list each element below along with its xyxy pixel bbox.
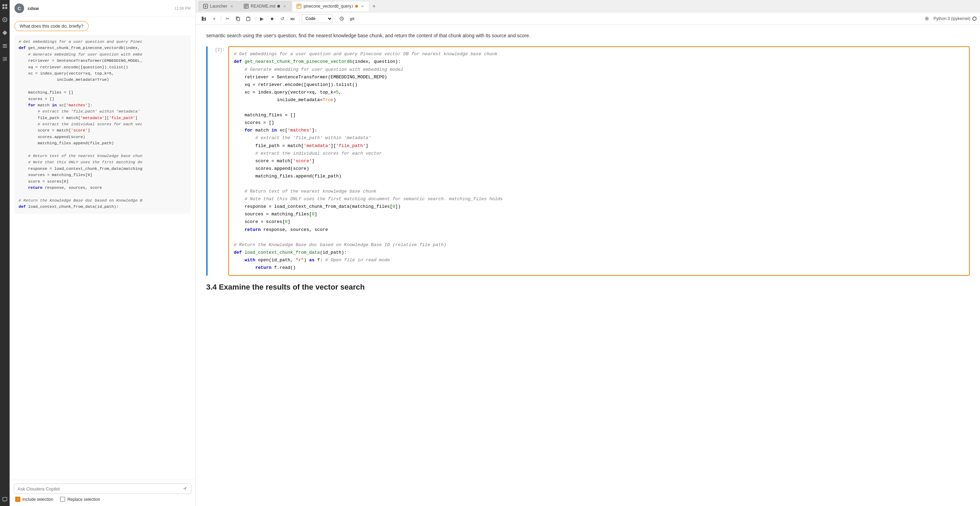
circle-dot-icon[interactable]	[1, 16, 9, 24]
svg-rect-13	[237, 18, 240, 21]
svg-rect-1	[5, 4, 7, 6]
kernel-label: Python 3 (ipykernel)	[934, 16, 970, 21]
svg-rect-3	[5, 7, 7, 9]
include-selection-option[interactable]: ✓ Include selection	[15, 497, 53, 502]
notebook-cell-2: [2]: # Get embeddings for a user questio…	[206, 46, 970, 276]
restart-button[interactable]: ↺	[278, 14, 287, 23]
tab-pinecone-close[interactable]: ✕	[360, 4, 365, 9]
tab-bar: Launcher ✕ README.md ✕ pinecone_vectordb…	[196, 0, 980, 13]
description-text: semantic search using the user's questio…	[206, 32, 970, 39]
chat-messages: What does this code do, briefly? # Get e…	[10, 17, 196, 480]
cut-button[interactable]: ✂	[223, 14, 232, 23]
tab-pinecone[interactable]: pinecone_vectordb_query.i ✕	[292, 1, 369, 11]
svg-marker-6	[2, 30, 7, 35]
tab-launcher-close[interactable]: ✕	[229, 4, 234, 9]
svg-point-5	[4, 19, 6, 20]
tab-launcher-label: Launcher	[210, 4, 227, 9]
chat-input-row	[14, 484, 191, 494]
avatar: C	[14, 3, 24, 13]
chat-input[interactable]	[18, 486, 179, 492]
readme-unsaved-dot	[277, 5, 280, 8]
chat-options: ✓ Include selection Replace selection	[14, 494, 191, 503]
tab-launcher[interactable]: Launcher ✕	[199, 1, 239, 11]
svg-point-16	[926, 18, 928, 19]
cell-code-content[interactable]: # Get embeddings for a user question and…	[228, 46, 970, 276]
svg-rect-7	[3, 44, 7, 45]
toolbar-sep-1	[221, 16, 221, 22]
run-button[interactable]: ▶	[257, 14, 266, 23]
sidebar	[0, 0, 10, 506]
notebook-area: Launcher ✕ README.md ✕ pinecone_vectordb…	[196, 0, 980, 506]
tab-readme-close[interactable]: ✕	[282, 4, 287, 9]
git-button[interactable]: git	[348, 14, 356, 23]
new-tab-button[interactable]: +	[370, 2, 378, 10]
toolbar-sep-2	[255, 16, 255, 22]
settings-button[interactable]	[923, 14, 931, 23]
stop-button[interactable]: ■	[267, 14, 277, 23]
diamond-icon[interactable]	[1, 29, 9, 37]
paste-button[interactable]	[244, 14, 253, 23]
tab-readme[interactable]: README.md ✕	[239, 1, 291, 11]
cell-type-select[interactable]: Code Markdown Raw	[302, 14, 333, 23]
replace-selection-checkbox[interactable]	[60, 497, 65, 502]
copy-button[interactable]	[234, 14, 242, 23]
puzzle-icon[interactable]	[1, 55, 9, 63]
save-button[interactable]	[199, 14, 208, 23]
clock-button[interactable]	[337, 14, 346, 23]
chat-username: cdsw	[28, 6, 39, 11]
grid-icon[interactable]	[1, 3, 9, 10]
section-heading: 3.4 Examine the results of the vector se…	[206, 283, 970, 292]
replace-selection-label: Replace selection	[67, 497, 100, 502]
chat-input-area: ✓ Include selection Replace selection	[10, 480, 196, 506]
chat-code-block: # Get embeddings for a user question and…	[14, 35, 191, 214]
toolbar-right: Python 3 (ipykernel)	[923, 14, 977, 23]
toolbar-sep-4	[335, 16, 335, 22]
kernel-status	[972, 17, 977, 21]
notebook-content: semantic search using the user's questio…	[196, 25, 980, 506]
replace-selection-option[interactable]: Replace selection	[60, 497, 100, 502]
chat-bubble-icon[interactable]	[1, 496, 9, 503]
svg-rect-9	[3, 47, 7, 48]
tab-pinecone-label: pinecone_vectordb_query.i	[304, 4, 353, 9]
svg-rect-2	[2, 7, 5, 9]
svg-rect-14	[247, 17, 250, 21]
include-selection-label: Include selection	[22, 497, 53, 502]
toolbar: + ✂ ▶ ■ ↺ ⏭ Code Markdown Raw git	[196, 13, 980, 25]
toolbar-sep-3	[299, 16, 300, 22]
chat-header: C cdsw 11:08 PM	[10, 0, 196, 17]
svg-rect-0	[2, 4, 5, 6]
svg-rect-8	[3, 46, 7, 46]
pinecone-unsaved-dot	[355, 5, 358, 8]
cell-run-indicator	[206, 46, 208, 276]
git-label: git	[350, 17, 354, 21]
add-cell-button[interactable]: +	[210, 14, 219, 23]
fastforward-button[interactable]: ⏭	[288, 14, 297, 23]
chat-panel: C cdsw 11:08 PM What does this code do, …	[10, 0, 196, 506]
send-button[interactable]	[182, 486, 188, 492]
chat-timestamp: 11:08 PM	[175, 6, 191, 10]
chat-question-bubble: What does this code do, briefly?	[14, 21, 89, 31]
tab-readme-label: README.md	[251, 4, 275, 9]
include-selection-checkbox[interactable]: ✓	[15, 497, 20, 502]
cell-number: [2]:	[211, 46, 225, 276]
list-icon[interactable]	[1, 42, 9, 50]
